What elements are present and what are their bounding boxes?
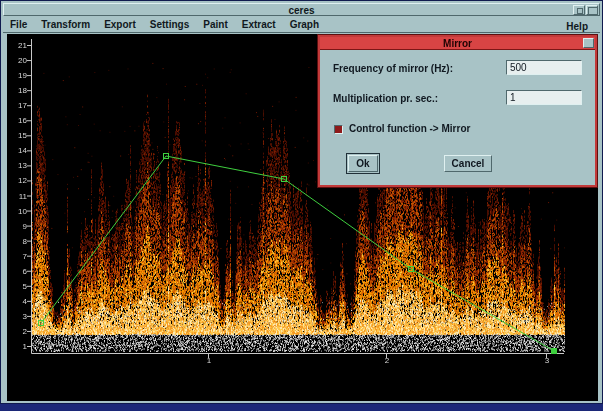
dialog-title: Mirror <box>320 38 595 49</box>
y-axis-tick-label: 6 <box>9 267 27 276</box>
window-title: ceres <box>4 5 599 16</box>
menu-extract[interactable]: Extract <box>235 17 283 32</box>
y-axis-tick-label: 18 <box>9 86 27 95</box>
y-axis-tick-label: 19 <box>9 71 27 80</box>
control-point-handle[interactable] <box>552 349 557 354</box>
menu-settings[interactable]: Settings <box>143 17 196 32</box>
dialog-titlebar[interactable]: Mirror <box>320 37 595 50</box>
y-axis-tick-label: 8 <box>9 237 27 246</box>
x-axis-tick-label: 3 <box>543 356 551 365</box>
menu-paint[interactable]: Paint <box>196 17 234 32</box>
y-axis-tick-label: 10 <box>9 207 27 216</box>
dialog-close-button[interactable] <box>583 38 594 48</box>
y-axis-tick-label: 17 <box>9 101 27 110</box>
menu-export[interactable]: Export <box>97 17 143 32</box>
mirror-dialog: Mirror Frequency of mirror (Hz): Multipl… <box>318 35 597 187</box>
frequency-field-label: Frequency of mirror (Hz): <box>333 63 453 74</box>
multiplication-input[interactable] <box>506 90 582 105</box>
y-axis-tick-label: 9 <box>9 222 27 231</box>
y-axis-tick-label: 4 <box>9 297 27 306</box>
y-axis-tick-label: 20 <box>9 56 27 65</box>
y-axis-tick-label: 12 <box>9 176 27 185</box>
maximize-button[interactable] <box>586 5 598 15</box>
menubar: FileTransformExportSettingsPaintExtractG… <box>3 17 600 33</box>
y-axis-tick-label: 15 <box>9 131 27 140</box>
menu-file[interactable]: File <box>3 17 34 32</box>
y-axis-tick-label: 16 <box>9 116 27 125</box>
y-axis-tick-label: 5 <box>9 282 27 291</box>
ok-button-default-ring: Ok <box>346 153 380 174</box>
menu-graph[interactable]: Graph <box>283 17 326 32</box>
cancel-button[interactable]: Cancel <box>444 155 492 172</box>
y-axis-tick-label: 13 <box>9 161 27 170</box>
ceres-window: ceres FileTransformExportSettingsPaintEx… <box>0 0 603 404</box>
menu-transform[interactable]: Transform <box>34 17 97 32</box>
y-axis-tick-label: 3 <box>9 312 27 321</box>
minimize-button[interactable] <box>573 5 585 15</box>
ok-button[interactable]: Ok <box>348 155 378 172</box>
x-axis-tick-label: 1 <box>205 356 213 365</box>
y-axis-tick-label: 7 <box>9 252 27 261</box>
multiplication-field-label: Multiplication pr. sec.: <box>333 93 438 104</box>
y-axis-tick-label: 21 <box>9 41 27 50</box>
frequency-input[interactable] <box>506 60 582 75</box>
y-axis-tick-label: 2 <box>9 327 27 336</box>
y-axis-tick-label: 11 <box>9 192 27 201</box>
x-axis-tick-label: 2 <box>383 356 391 365</box>
y-axis-tick-label: 1 <box>9 342 27 351</box>
control-function-checkbox-label: Control function -> Mirror <box>349 123 470 134</box>
y-axis-tick-label: 14 <box>9 146 27 155</box>
menu-help[interactable]: Help <box>559 19 595 34</box>
window-titlebar[interactable]: ceres <box>3 3 600 16</box>
control-function-checkbox[interactable] <box>334 125 343 134</box>
